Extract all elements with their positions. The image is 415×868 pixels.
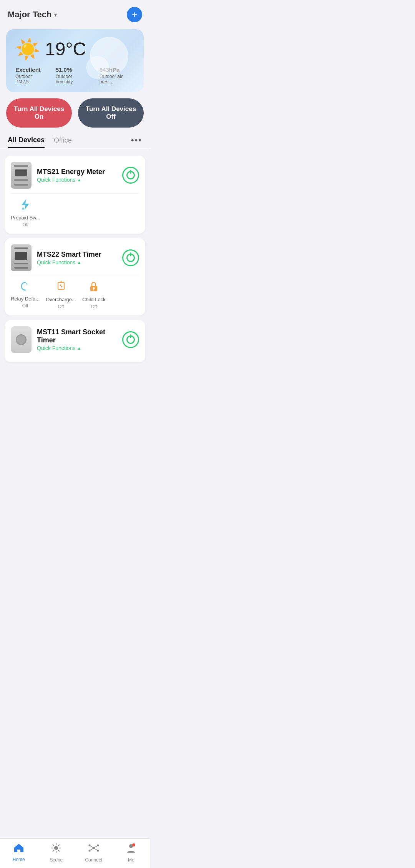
pm25-stat: Excellent Outdoor PM2.5 (15, 66, 45, 85)
power-icon-mts22 (126, 254, 135, 262)
app-header: Major Tech ▾ + (0, 0, 150, 26)
tab-office[interactable]: Office (54, 136, 72, 148)
device-image-mts21 (11, 162, 32, 189)
device-info-mst11: MST11 Smart Socket Timer Quick Functions… (37, 328, 117, 351)
turn-all-off-button[interactable]: Turn AIl Devices Off (78, 98, 144, 128)
child-lock-value: Off (91, 304, 97, 309)
device-name-mts21: MTS21 Energy Meter (37, 168, 117, 176)
overcharge-label: Overcharge... (46, 297, 76, 302)
device-features-mts21: Prepaid Sw... Off (11, 193, 139, 227)
relay-value: Off (22, 303, 28, 309)
tab-bar: All Devices Office ••• (0, 135, 150, 150)
lock-icon (88, 281, 99, 295)
pm25-sub: Outdoor PM2.5 (15, 74, 45, 85)
sun-icon: ☀️ (15, 39, 40, 59)
device-header-mst11: MST11 Smart Socket Timer Quick Functions… (11, 326, 139, 353)
tab-all-devices[interactable]: All Devices (8, 136, 45, 148)
quick-functions-mts22[interactable]: Quick Functions ▲ (37, 259, 117, 266)
action-buttons: Turn All Devices On Turn AIl Devices Off (0, 98, 150, 135)
weather-top: ☀️ 19°C (15, 38, 134, 60)
qf-arrow-icon-mts21: ▲ (77, 178, 81, 182)
feature-relay-default: Relay Defa... Off (11, 281, 40, 309)
power-button-mst11[interactable] (122, 331, 139, 348)
power-icon-mts21 (126, 171, 135, 179)
feature-prepaid-sw: Prepaid Sw... Off (11, 198, 40, 227)
pm25-label: Excellent (15, 66, 45, 73)
device-card-mts22: MTS22 Smart Timer Quick Functions ▲ (5, 238, 145, 315)
chevron-down-icon: ▾ (54, 12, 57, 18)
weather-stats: Excellent Outdoor PM2.5 51.0% Outdoor hu… (15, 66, 134, 85)
svg-rect-1 (58, 282, 64, 289)
power-icon-mst11 (126, 335, 135, 344)
qf-arrow-icon-mst11: ▲ (77, 346, 81, 350)
power-button-mts22[interactable] (122, 249, 139, 266)
bottom-spacer (0, 368, 150, 398)
svg-point-0 (22, 207, 24, 210)
bolt-icon (20, 198, 31, 213)
power-button-mts21[interactable] (122, 167, 139, 184)
relay-label: Relay Defa... (11, 296, 40, 302)
relay-icon (20, 281, 31, 294)
pressure-sub: Outdoor air pres... (100, 74, 134, 85)
device-header-mts21: MTS21 Energy Meter Quick Functions ▲ (11, 162, 139, 189)
device-image-mts22 (11, 244, 32, 271)
device-name-mst11: MST11 Smart Socket Timer (37, 328, 117, 344)
humidity-label: 51.0% (56, 66, 89, 73)
prepaid-sw-value: Off (22, 222, 28, 227)
device-card-mts21: MTS21 Energy Meter Quick Functions ▲ Pre… (5, 156, 145, 234)
child-lock-label: Child Lock (82, 297, 106, 302)
qf-arrow-icon-mts22: ▲ (77, 260, 81, 265)
device-name-mts22: MTS22 Smart Timer (37, 251, 117, 259)
tab-more-icon[interactable]: ••• (131, 135, 142, 148)
device-info-mts22: MTS22 Smart Timer Quick Functions ▲ (37, 251, 117, 266)
prepaid-sw-label: Prepaid Sw... (11, 215, 40, 221)
app-title: Major Tech (8, 10, 52, 20)
feature-child-lock: Child Lock Off (82, 281, 106, 309)
pressure-stat: 843hPa Outdoor air pres... (100, 66, 134, 85)
device-card-mst11: MST11 Smart Socket Timer Quick Functions… (5, 320, 145, 362)
pressure-label: 843hPa (100, 66, 134, 73)
turn-all-on-button[interactable]: Turn All Devices On (6, 98, 72, 128)
devices-list: MTS21 Energy Meter Quick Functions ▲ Pre… (0, 150, 150, 368)
device-image-mst11 (11, 326, 32, 353)
humidity-stat: 51.0% Outdoor humidity (56, 66, 89, 85)
device-features-mts22: Relay Defa... Off Overcharge... Off (11, 276, 139, 309)
humidity-sub: Outdoor humidity (56, 74, 89, 85)
overcharge-icon (56, 281, 66, 295)
temperature: 19°C (45, 38, 86, 60)
device-header-mts22: MTS22 Smart Timer Quick Functions ▲ (11, 244, 139, 271)
app-title-group[interactable]: Major Tech ▾ (8, 10, 57, 20)
overcharge-value: Off (58, 304, 64, 309)
add-button[interactable]: + (127, 7, 142, 22)
quick-functions-mst11[interactable]: Quick Functions ▲ (37, 345, 117, 351)
quick-functions-mts21[interactable]: Quick Functions ▲ (37, 177, 117, 183)
weather-card: ☀️ 19°C Excellent Outdoor PM2.5 51.0% Ou… (6, 29, 144, 92)
feature-overcharge: Overcharge... Off (46, 281, 76, 309)
device-info-mts21: MTS21 Energy Meter Quick Functions ▲ (37, 168, 117, 183)
